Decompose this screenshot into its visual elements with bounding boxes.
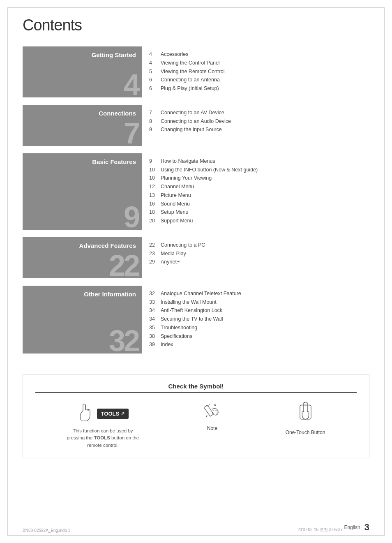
section-items-basic-features: 9How to Navigate Menus10Using the INFO b… bbox=[142, 153, 369, 230]
item-page-number: 9 bbox=[149, 126, 161, 134]
list-item: 32Analogue Channel Teletext Feature bbox=[149, 290, 369, 298]
list-item: 33Installing the Wall Mount bbox=[149, 298, 369, 306]
item-title: Index bbox=[161, 341, 173, 349]
item-title: Connecting to an Audio Device bbox=[161, 118, 231, 125]
section-title-advanced-features: Advanced Features bbox=[27, 242, 136, 250]
section-number-basic-features: 9 bbox=[124, 205, 138, 230]
note-label: Note bbox=[207, 425, 217, 431]
list-item: 29Anynet+ bbox=[149, 258, 369, 266]
section-number-getting-started: 4 bbox=[124, 72, 138, 97]
list-item: 10Using the INFO button (Now & Next guid… bbox=[149, 166, 369, 174]
item-page-number: 20 bbox=[149, 217, 161, 225]
page-content: Contents Getting Started44Accessories4Vi… bbox=[0, 0, 392, 471]
item-page-number: 38 bbox=[149, 333, 161, 340]
item-title: Connecting to an Antenna bbox=[161, 76, 220, 84]
symbol-item-tools: TOOLS ↗ This function can be used bypres… bbox=[67, 401, 139, 449]
section-number-other-information: 32 bbox=[109, 328, 138, 354]
list-item: 12Channel Menu bbox=[149, 183, 369, 191]
note-icon bbox=[202, 401, 222, 420]
item-title: Changing the Input Source bbox=[161, 126, 222, 134]
list-item: 39Index bbox=[149, 341, 369, 349]
list-item: 6Connecting to an Antenna bbox=[149, 76, 369, 84]
border-left bbox=[7, 7, 8, 536]
section-items-getting-started: 4Accessories4Viewing the Control Panel5V… bbox=[142, 46, 369, 97]
item-title: Anynet+ bbox=[161, 258, 180, 266]
section-label-other-information: Other Information32 bbox=[23, 286, 142, 354]
item-page-number: 9 bbox=[149, 157, 161, 165]
item-title: Using the INFO button (Now & Next guide) bbox=[161, 166, 258, 174]
list-item: 20Support Menu bbox=[149, 217, 369, 225]
item-title: Picture Menu bbox=[161, 192, 191, 199]
section-title-getting-started: Getting Started bbox=[27, 51, 136, 59]
symbol-box-title: Check the Symbol! bbox=[35, 383, 357, 393]
item-page-number: 10 bbox=[149, 174, 161, 182]
item-title: Specifications bbox=[161, 333, 192, 340]
border-top bbox=[7, 7, 385, 8]
section-row-advanced-features: Advanced Features2222Connecting to a PC2… bbox=[23, 237, 369, 278]
item-page-number: 5 bbox=[149, 68, 161, 76]
item-page-number: 22 bbox=[149, 241, 161, 249]
section-row-basic-features: Basic Features99How to Navigate Menus10U… bbox=[23, 153, 369, 230]
svg-rect-5 bbox=[300, 405, 311, 419]
tools-description: This function can be used bypressing the… bbox=[67, 427, 139, 449]
item-title: Planning Your Viewing bbox=[161, 174, 212, 182]
item-page-number: 34 bbox=[149, 315, 161, 323]
list-item: 18Setup Menu bbox=[149, 208, 369, 216]
page-title: Contents bbox=[23, 16, 369, 34]
list-item: 13Picture Menu bbox=[149, 192, 369, 199]
section-items-connections: 7Connecting to an AV Device8Connecting t… bbox=[142, 105, 369, 146]
item-title: How to Navigate Menus bbox=[161, 157, 215, 165]
section-row-getting-started: Getting Started44Accessories4Viewing the… bbox=[23, 46, 369, 97]
list-item: 10Planning Your Viewing bbox=[149, 174, 369, 182]
section-items-other-information: 32Analogue Channel Teletext Feature33Ins… bbox=[142, 286, 369, 354]
remote-hand-icon bbox=[77, 401, 94, 422]
list-item: 5Viewing the Remote Control bbox=[149, 68, 369, 76]
item-page-number: 16 bbox=[149, 200, 161, 208]
list-item: 16Sound Menu bbox=[149, 200, 369, 208]
item-page-number: 33 bbox=[149, 298, 161, 306]
list-item: 34Anti-Theft Kensington Lock bbox=[149, 307, 369, 314]
item-page-number: 39 bbox=[149, 341, 161, 349]
item-page-number: 34 bbox=[149, 307, 161, 314]
item-title: Troubleshooting bbox=[161, 324, 197, 332]
item-title: Connecting to an AV Device bbox=[161, 109, 224, 117]
section-label-connections: Connections7 bbox=[23, 105, 142, 146]
item-page-number: 4 bbox=[149, 59, 161, 67]
item-page-number: 32 bbox=[149, 290, 161, 298]
tools-badge: TOOLS ↗ bbox=[97, 409, 129, 419]
item-page-number: 18 bbox=[149, 208, 161, 216]
item-title: Viewing the Control Panel bbox=[161, 59, 220, 67]
item-title: Analogue Channel Teletext Feature bbox=[161, 290, 241, 298]
section-row-other-information: Other Information3232Analogue Channel Te… bbox=[23, 286, 369, 354]
item-title: Accessories bbox=[161, 51, 188, 58]
list-item: 6Plug & Play (Initial Setup) bbox=[149, 85, 369, 92]
item-page-number: 8 bbox=[149, 118, 161, 125]
section-label-basic-features: Basic Features9 bbox=[23, 153, 142, 230]
contents-table: Getting Started44Accessories4Viewing the… bbox=[23, 46, 369, 354]
note-icon-area bbox=[202, 401, 222, 420]
list-item: 23Media Play bbox=[149, 250, 369, 258]
item-title: Securing the TV to the Wall bbox=[161, 315, 223, 323]
section-title-other-information: Other Information bbox=[27, 291, 136, 298]
item-page-number: 12 bbox=[149, 183, 161, 191]
item-title: Connecting to a PC bbox=[161, 241, 205, 249]
item-page-number: 6 bbox=[149, 76, 161, 84]
section-number-connections: 7 bbox=[124, 121, 138, 146]
item-title: Support Menu bbox=[161, 217, 193, 225]
item-title: Plug & Play (Initial Setup) bbox=[161, 85, 219, 92]
section-row-connections: Connections77Connecting to an AV Device8… bbox=[23, 105, 369, 146]
tools-arrow-icon: ↗ bbox=[121, 411, 125, 416]
tools-area: TOOLS ↗ bbox=[77, 401, 129, 426]
symbol-items: TOOLS ↗ This function can be used bypres… bbox=[35, 401, 357, 449]
border-right bbox=[384, 7, 385, 536]
svg-rect-3 bbox=[204, 405, 214, 416]
item-page-number: 4 bbox=[149, 51, 161, 58]
footer-language: English bbox=[344, 525, 360, 530]
item-page-number: 29 bbox=[149, 258, 161, 266]
section-items-advanced-features: 22Connecting to a PC23Media Play29Anynet… bbox=[142, 237, 369, 278]
footer-page-number: 3 bbox=[364, 522, 369, 533]
onetouch-icon-area bbox=[296, 401, 315, 424]
item-title: Media Play bbox=[161, 250, 186, 258]
onetouch-label: One-Touch Button bbox=[286, 430, 325, 435]
onetouch-icon bbox=[296, 401, 315, 424]
